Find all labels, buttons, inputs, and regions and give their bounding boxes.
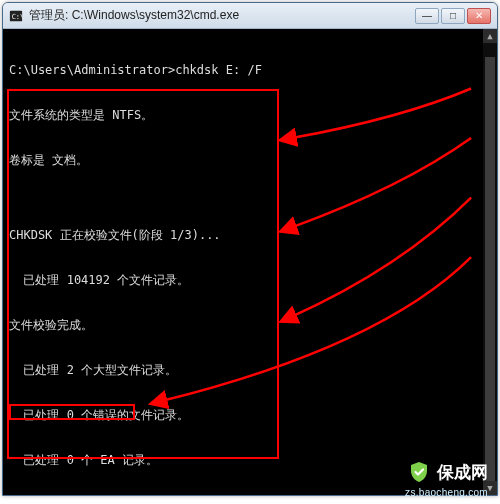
window-title: 管理员: C:\Windows\system32\cmd.exe — [29, 7, 415, 24]
scroll-thumb[interactable] — [485, 57, 495, 495]
console-line: 文件校验完成。 — [9, 318, 491, 333]
vertical-scrollbar[interactable]: ▲ ▼ — [483, 29, 497, 495]
maximize-button[interactable]: □ — [441, 8, 465, 24]
titlebar[interactable]: C:\ 管理员: C:\Windows\system32\cmd.exe — □… — [3, 3, 497, 29]
console-line: 已处理 2 个大型文件记录。 — [9, 363, 491, 378]
svg-text:C:\: C:\ — [12, 12, 23, 20]
prompt-line: C:\Users\Administrator>chkdsk E: /F — [9, 63, 491, 78]
console-line: 文件系统的类型是 NTFS。 — [9, 108, 491, 123]
stage1-header: CHKDSK 正在校验文件(阶段 1/3)... — [9, 228, 491, 243]
console-line: 卷标是 文档。 — [9, 153, 491, 168]
annotation-arrows — [3, 29, 497, 495]
console-line: 已处理 0 个 EA 记录。 — [9, 453, 491, 468]
close-button[interactable]: ✕ — [467, 8, 491, 24]
cmd-icon: C:\ — [9, 9, 23, 23]
console-area[interactable]: C:\Users\Administrator>chkdsk E: /F 文件系统… — [3, 29, 497, 495]
console-line: 已处理 104192 个文件记录。 — [9, 273, 491, 288]
scroll-down-arrow[interactable]: ▼ — [483, 481, 497, 495]
window-controls: — □ ✕ — [415, 8, 491, 24]
scroll-track[interactable] — [483, 43, 497, 481]
cmd-window: C:\ 管理员: C:\Windows\system32\cmd.exe — □… — [2, 2, 498, 496]
scroll-up-arrow[interactable]: ▲ — [483, 29, 497, 43]
minimize-button[interactable]: — — [415, 8, 439, 24]
console-line: 已处理 0 个错误的文件记录。 — [9, 408, 491, 423]
